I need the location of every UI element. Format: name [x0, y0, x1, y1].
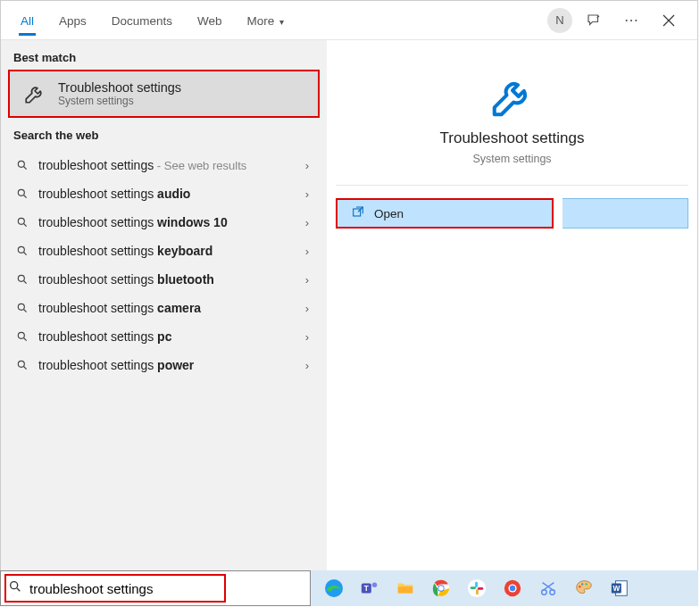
search-icon — [13, 187, 31, 200]
best-match-title: Troubleshoot settings — [58, 80, 181, 95]
svg-point-28 — [550, 590, 555, 595]
close-icon[interactable] — [653, 4, 685, 37]
feedback-icon[interactable] — [578, 4, 610, 37]
tab-more[interactable]: More ▾ — [235, 5, 297, 35]
open-icon — [351, 205, 365, 222]
open-label: Open — [374, 207, 404, 220]
web-result-text: troubleshoot settings windows 10 — [31, 215, 300, 229]
paint-icon[interactable] — [571, 576, 596, 601]
svg-rect-22 — [478, 587, 483, 590]
search-icon — [13, 273, 31, 286]
web-result-text: troubleshoot settings power — [31, 358, 300, 372]
wrench-icon — [22, 81, 47, 106]
tab-web[interactable]: Web — [185, 5, 235, 35]
chevron-right-icon: › — [300, 273, 314, 287]
teams-icon[interactable]: T — [357, 576, 382, 601]
web-result-item[interactable]: troubleshoot settings windows 10 › — [1, 208, 327, 237]
chrome-canary-icon[interactable] — [500, 576, 525, 601]
search-icon — [1, 579, 29, 597]
web-results-list: troubleshoot settings - See web results … — [1, 147, 327, 383]
chevron-right-icon: › — [300, 330, 314, 344]
preview-subtitle: System settings — [354, 153, 671, 165]
wrench-icon — [488, 72, 537, 121]
svg-point-0 — [18, 161, 24, 167]
snip-icon[interactable] — [536, 576, 561, 601]
svg-point-2 — [18, 218, 24, 224]
svg-point-9 — [11, 582, 18, 589]
web-result-item[interactable]: troubleshoot settings camera › — [1, 294, 327, 322]
web-result-item[interactable]: troubleshoot settings bluetooth › — [1, 265, 327, 294]
results-panel: Best match Troubleshoot settings System … — [1, 40, 327, 604]
web-result-text: troubleshoot settings camera — [31, 301, 300, 315]
word-icon[interactable]: W — [607, 576, 632, 601]
best-match-subtitle: System settings — [58, 95, 181, 107]
svg-point-4 — [18, 275, 24, 281]
chevron-right-icon: › — [300, 302, 314, 315]
svg-point-3 — [18, 246, 24, 253]
svg-rect-20 — [471, 586, 476, 589]
chevron-right-icon: › — [300, 216, 314, 229]
edge-icon[interactable] — [321, 576, 346, 601]
chevron-right-icon: › — [300, 245, 314, 258]
svg-point-5 — [18, 304, 24, 310]
web-result-text: troubleshoot settings bluetooth — [31, 272, 300, 287]
svg-point-27 — [542, 590, 547, 595]
search-icon — [13, 216, 31, 229]
file-explorer-icon[interactable] — [393, 576, 418, 601]
search-web-label: Search the web — [1, 118, 327, 147]
tab-apps[interactable]: Apps — [46, 5, 99, 35]
web-result-item[interactable]: troubleshoot settings audio › — [1, 179, 327, 208]
web-result-item[interactable]: troubleshoot settings power › — [1, 351, 327, 379]
svg-rect-14 — [398, 586, 413, 593]
open-action[interactable]: Open — [336, 198, 554, 229]
best-match-label: Best match — [1, 40, 327, 70]
svg-point-29 — [579, 586, 580, 587]
more-options-icon[interactable]: ⋯ — [615, 4, 647, 37]
search-icon — [13, 159, 31, 171]
svg-point-26 — [510, 586, 515, 591]
web-result-item[interactable]: troubleshoot settings - See web results … — [1, 151, 327, 179]
svg-text:W: W — [612, 585, 620, 593]
search-input[interactable] — [29, 581, 310, 596]
chevron-right-icon: › — [300, 187, 314, 201]
search-icon — [13, 359, 31, 371]
search-icon — [13, 245, 31, 257]
web-result-text: troubleshoot settings keyboard — [31, 244, 300, 258]
chevron-right-icon: › — [300, 159, 314, 172]
search-icon — [13, 302, 31, 314]
user-avatar[interactable]: N — [547, 8, 572, 33]
svg-point-6 — [18, 332, 24, 338]
web-result-item[interactable]: troubleshoot settings keyboard › — [1, 237, 327, 265]
svg-rect-19 — [475, 582, 478, 587]
chevron-right-icon: › — [300, 359, 314, 372]
best-match-result[interactable]: Troubleshoot settings System settings — [8, 70, 320, 118]
svg-point-31 — [586, 583, 588, 585]
svg-point-13 — [372, 583, 378, 588]
chrome-icon[interactable] — [429, 576, 454, 601]
slack-icon[interactable] — [464, 576, 489, 601]
action-row-remainder[interactable] — [562, 198, 688, 229]
web-result-text: troubleshoot settings pc — [31, 329, 300, 344]
search-box[interactable] — [0, 570, 311, 606]
chevron-down-icon: ▾ — [279, 17, 284, 27]
taskbar: T W — [311, 570, 698, 606]
search-icon — [13, 330, 31, 343]
web-result-item[interactable]: troubleshoot settings pc › — [1, 322, 327, 351]
web-result-text: troubleshoot settings audio — [31, 187, 300, 201]
tab-all[interactable]: All — [8, 5, 46, 35]
search-filter-tabs: All Apps Documents Web More ▾ N ⋯ — [1, 1, 697, 40]
svg-point-30 — [581, 583, 583, 585]
preview-panel: Troubleshoot settings System settings Op… — [327, 40, 697, 604]
svg-point-7 — [18, 361, 24, 367]
preview-title: Troubleshoot settings — [354, 129, 671, 147]
svg-point-32 — [587, 586, 588, 588]
svg-point-1 — [18, 189, 24, 195]
svg-rect-21 — [476, 589, 479, 595]
tab-documents[interactable]: Documents — [99, 5, 185, 35]
web-result-text: troubleshoot settings - See web results — [31, 158, 300, 172]
svg-text:T: T — [364, 585, 369, 593]
svg-point-17 — [438, 586, 444, 591]
